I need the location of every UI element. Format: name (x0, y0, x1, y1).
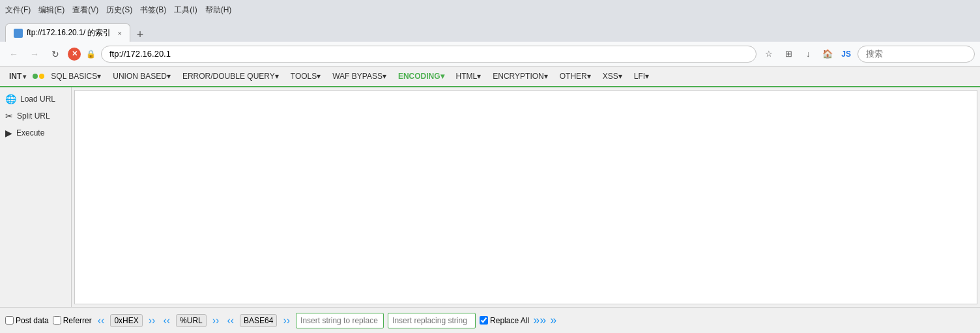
toolbar-lfi[interactable]: LFI▾ (629, 70, 654, 83)
replace-last-arrow[interactable]: » (550, 313, 556, 327)
toolbar-sql-basics[interactable]: SQL BASICS▾ (46, 70, 106, 83)
menu-view[interactable]: 查看(V) (72, 5, 98, 16)
url-encode-button[interactable]: %URL (176, 314, 207, 327)
execute-icon: ▶ (5, 128, 12, 138)
menu-edit[interactable]: 编辑(E) (38, 5, 65, 16)
toolbar-int[interactable]: INT ▾ (4, 70, 31, 83)
decode-0xhex-left-arrow[interactable]: ‹‹ (96, 315, 107, 326)
back-button[interactable]: ← (5, 46, 22, 63)
0xhex-button[interactable]: 0xHEX (110, 314, 142, 327)
referrer-checkbox-label[interactable]: Referrer (53, 316, 92, 325)
toolbar-waf-bypass[interactable]: WAF BYPASS▾ (327, 70, 392, 83)
toolbar-error-double-query[interactable]: ERROR/DOUBLE QUERY▾ (177, 70, 284, 83)
search-input[interactable] (857, 46, 975, 63)
encode-0xhex-right-arrow[interactable]: ›› (147, 315, 158, 326)
bottom-toolbar: Post data Referrer ‹‹ 0xHEX ›› ‹‹ %URL ›… (0, 307, 980, 333)
load-url-icon: 🌐 (5, 94, 16, 104)
toolbar-xss[interactable]: XSS▾ (598, 70, 627, 83)
replace-all-checkbox-label[interactable]: Replace All (480, 316, 529, 325)
execute-item[interactable]: ▶ Execute (0, 125, 71, 141)
yellow-dot (39, 74, 44, 79)
base64-button[interactable]: BASE64 (240, 314, 277, 327)
split-url-icon: ✂ (5, 111, 13, 121)
bookmark-button[interactable]: ☆ (760, 46, 777, 63)
replace-right-double-arrow[interactable]: »» (533, 313, 546, 327)
left-panel: 🌐 Load URL ✂ Split URL ▶ Execute (0, 87, 72, 307)
tab-close-button[interactable]: × (117, 29, 121, 37)
toolbar-encryption[interactable]: ENCRYPTION▾ (487, 70, 553, 83)
split-url-item[interactable]: ✂ Split URL (0, 108, 71, 124)
replacing-string-input[interactable] (388, 313, 476, 328)
decode-url-left-arrow[interactable]: ‹‹ (161, 315, 172, 326)
menu-history[interactable]: 历史(S) (106, 5, 132, 16)
tab-bar: ftp://172.16.20.1/ 的索引 × + (0, 20, 980, 42)
load-url-item[interactable]: 🌐 Load URL (0, 91, 71, 107)
toolbar-html[interactable]: HTML▾ (451, 70, 487, 83)
refresh-button[interactable]: ↻ (47, 46, 64, 63)
post-data-checkbox[interactable] (5, 316, 14, 325)
download-button[interactable]: ↓ (800, 46, 816, 63)
int-dropdown[interactable]: ▾ (23, 73, 26, 80)
address-actions: ☆ ⊞ ↓ 🏠 JS (760, 46, 854, 63)
stop-button[interactable]: ✕ (68, 48, 81, 61)
home-button[interactable]: ⊞ (780, 46, 797, 63)
green-dot (33, 74, 38, 79)
menu-bookmarks[interactable]: 书签(B) (140, 5, 166, 16)
main-toolbar: INT ▾ SQL BASICS▾ UNION BASED▾ ERROR/DOU… (0, 66, 980, 87)
forward-button[interactable]: → (26, 46, 43, 63)
decode-base64-left-arrow[interactable]: ‹‹ (225, 315, 236, 326)
url-input[interactable] (101, 46, 757, 63)
menu-help[interactable]: 帮助(H) (205, 5, 232, 16)
main-area: 🌐 Load URL ✂ Split URL ▶ Execute (0, 87, 980, 307)
js-button[interactable]: JS (839, 50, 854, 59)
toolbar-encoding[interactable]: ENCODING▾ (393, 70, 450, 83)
menu-file[interactable]: 文件(F) (5, 5, 31, 16)
post-data-checkbox-label[interactable]: Post data (5, 316, 49, 325)
menu-tools[interactable]: 工具(I) (174, 5, 197, 16)
new-tab-button[interactable]: + (133, 28, 148, 42)
lock-icon: 🔒 (86, 50, 96, 59)
encode-url-right-arrow[interactable]: ›› (210, 315, 222, 326)
active-tab[interactable]: ftp://172.16.20.1/ 的索引 × (5, 23, 130, 42)
toolbar-other[interactable]: OTHER▾ (555, 70, 596, 83)
address-bar: ← → ↻ ✕ 🔒 ☆ ⊞ ↓ 🏠 JS (0, 42, 980, 66)
toolbar-union-based[interactable]: UNION BASED▾ (108, 70, 176, 83)
url-textarea[interactable] (74, 90, 977, 304)
replace-string-input[interactable] (296, 313, 384, 328)
encode-base64-right-arrow[interactable]: ›› (281, 315, 292, 326)
home-nav-button[interactable]: 🏠 (819, 46, 836, 63)
menu-bar[interactable]: 文件(F) 编辑(E) 查看(V) 历史(S) 书签(B) 工具(I) 帮助(H… (5, 5, 231, 16)
replace-all-checkbox[interactable] (480, 316, 488, 325)
toolbar-tools[interactable]: TOOLS▾ (285, 70, 326, 83)
referrer-checkbox[interactable] (53, 316, 61, 325)
title-bar: 文件(F) 编辑(E) 查看(V) 历史(S) 书签(B) 工具(I) 帮助(H… (0, 0, 980, 20)
tab-favicon (14, 29, 23, 38)
tab-title: ftp://172.16.20.1/ 的索引 (27, 27, 111, 38)
